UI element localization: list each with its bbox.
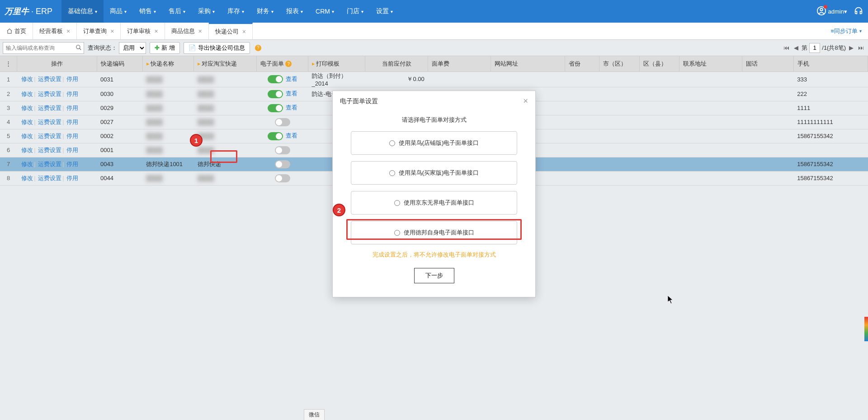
- menu-item-0[interactable]: 基础信息▾: [61, 0, 104, 23]
- col-header-1[interactable]: 操作: [17, 56, 97, 72]
- next-button[interactable]: 下一步: [414, 268, 454, 283]
- stop-link[interactable]: 停用: [66, 76, 78, 82]
- tab-4[interactable]: 商品信息×: [165, 23, 209, 39]
- menu-item-2[interactable]: 销售▾: [133, 0, 162, 23]
- menu-item-9[interactable]: 门店▾: [340, 0, 370, 23]
- edit-link[interactable]: 修改: [21, 76, 33, 82]
- radio-option-3[interactable]: 使用德邦自身电子面单接口: [351, 221, 517, 244]
- stop-link[interactable]: 停用: [66, 119, 78, 125]
- radio-option-2[interactable]: 使用京东无界电子面单接口: [351, 191, 517, 215]
- fee-link[interactable]: 运费设置: [38, 76, 61, 82]
- radio-input[interactable]: [389, 170, 395, 176]
- edit-link[interactable]: 修改: [21, 161, 33, 167]
- edit-link[interactable]: 修改: [21, 105, 33, 111]
- menu-item-7[interactable]: 报表▾: [280, 0, 309, 23]
- tab-2[interactable]: 订单查询×: [77, 23, 121, 39]
- menu-item-10[interactable]: 设置▾: [370, 0, 399, 23]
- menu-item-1[interactable]: 商品▾: [104, 0, 133, 23]
- prev-page-button[interactable]: ◀: [793, 43, 800, 52]
- stop-link[interactable]: 停用: [66, 91, 78, 97]
- menu-item-6[interactable]: 财务▾: [250, 0, 280, 23]
- col-header-10[interactable]: 省份: [565, 56, 599, 72]
- col-header-14[interactable]: 固话: [742, 56, 794, 72]
- last-page-button[interactable]: ⏭: [857, 43, 865, 52]
- edit-link[interactable]: 修改: [21, 91, 33, 97]
- toggle-switch[interactable]: [275, 146, 290, 154]
- fee-link[interactable]: 运费设置: [38, 119, 61, 125]
- edit-link[interactable]: 修改: [21, 147, 33, 153]
- search-input[interactable]: [3, 42, 84, 54]
- radio-option-1[interactable]: 使用菜鸟(买家版)电子面单接口: [351, 161, 517, 185]
- stop-link[interactable]: 停用: [66, 175, 78, 181]
- tab-0[interactable]: 首页: [0, 23, 33, 39]
- next-page-button[interactable]: ▶: [848, 43, 855, 52]
- toggle-switch[interactable]: [268, 75, 283, 83]
- col-header-6[interactable]: ▸打印模板: [308, 56, 365, 72]
- user-menu[interactable]: admin ▾: [816, 6, 847, 17]
- stop-link[interactable]: 停用: [66, 161, 78, 167]
- search-icon[interactable]: [75, 44, 82, 52]
- close-icon[interactable]: ×: [110, 28, 114, 35]
- close-icon[interactable]: ×: [154, 28, 158, 35]
- toggle-switch[interactable]: [275, 160, 290, 168]
- fee-link[interactable]: 运费设置: [38, 161, 61, 167]
- col-header-3[interactable]: ▸快递名称: [142, 56, 194, 72]
- fee-link[interactable]: 运费设置: [38, 147, 61, 153]
- sync-orders-button[interactable]: ≡同步订单 ▾: [824, 23, 868, 39]
- help-icon[interactable]: ?: [255, 45, 261, 51]
- view-link[interactable]: 查看: [286, 132, 297, 139]
- export-button[interactable]: 📄 导出快递公司信息: [184, 42, 250, 54]
- help-icon[interactable]: ?: [285, 61, 292, 67]
- fee-link[interactable]: 运费设置: [38, 91, 61, 97]
- view-link[interactable]: 查看: [286, 76, 297, 82]
- first-page-button[interactable]: ⏮: [782, 43, 791, 52]
- close-icon[interactable]: ×: [242, 28, 246, 35]
- menu-item-8[interactable]: CRM▾: [309, 0, 340, 23]
- view-link[interactable]: 查看: [286, 90, 297, 97]
- col-header-5[interactable]: 电子面单?: [257, 56, 308, 72]
- menu-item-4[interactable]: 采购▾: [192, 0, 221, 23]
- col-header-4[interactable]: ▸对应淘宝快递: [194, 56, 257, 72]
- toggle-switch[interactable]: [268, 104, 283, 112]
- fee-link[interactable]: 运费设置: [38, 175, 61, 181]
- col-header-15[interactable]: 手机: [793, 56, 868, 72]
- headset-icon[interactable]: [854, 6, 863, 17]
- toggle-switch[interactable]: [275, 118, 290, 126]
- radio-option-0[interactable]: 使用菜鸟(店铺版)电子面单接口: [351, 131, 517, 155]
- col-header-12[interactable]: 区（县）: [639, 56, 679, 72]
- menu-item-5[interactable]: 库存▾: [221, 0, 250, 23]
- radio-input[interactable]: [394, 230, 400, 236]
- radio-input[interactable]: [394, 200, 400, 206]
- toggle-switch[interactable]: [275, 174, 290, 182]
- col-header-9[interactable]: 网站网址: [491, 56, 565, 72]
- col-header-0[interactable]: ⋮: [0, 56, 17, 72]
- edit-link[interactable]: 修改: [21, 133, 33, 139]
- radio-input[interactable]: [389, 140, 395, 146]
- tab-1[interactable]: 经营看板×: [33, 23, 77, 39]
- table-row[interactable]: 1 修改| 运费设置| 停用 0031 ████ ████ 查看 韵达（到付）_…: [0, 72, 868, 87]
- page-input[interactable]: [809, 43, 820, 53]
- toggle-switch[interactable]: [268, 90, 283, 98]
- close-icon[interactable]: ×: [66, 28, 70, 35]
- col-header-13[interactable]: 联系地址: [679, 56, 742, 72]
- fee-link[interactable]: 运费设置: [38, 105, 61, 111]
- side-toolbar-icon[interactable]: [864, 317, 868, 341]
- edit-link[interactable]: 修改: [21, 119, 33, 125]
- fee-link[interactable]: 运费设置: [38, 133, 61, 139]
- new-button[interactable]: ✚ 新 增: [150, 42, 180, 54]
- view-link[interactable]: 查看: [286, 104, 297, 111]
- stop-link[interactable]: 停用: [66, 105, 78, 111]
- status-select[interactable]: 启用: [119, 42, 146, 54]
- menu-item-3[interactable]: 售后▾: [162, 0, 192, 23]
- col-header-11[interactable]: 市（区）: [599, 56, 639, 72]
- tab-3[interactable]: 订单审核×: [121, 23, 165, 39]
- close-icon[interactable]: ×: [523, 96, 528, 106]
- col-header-7[interactable]: 当前应付款: [365, 56, 428, 72]
- toggle-switch[interactable]: [268, 132, 283, 140]
- col-header-2[interactable]: 快递编码: [97, 56, 142, 72]
- stop-link[interactable]: 停用: [66, 147, 78, 153]
- edit-link[interactable]: 修改: [21, 175, 33, 181]
- close-icon[interactable]: ×: [198, 28, 202, 35]
- col-header-8[interactable]: 面单费: [428, 56, 491, 72]
- tab-5[interactable]: 快递公司×: [209, 23, 253, 39]
